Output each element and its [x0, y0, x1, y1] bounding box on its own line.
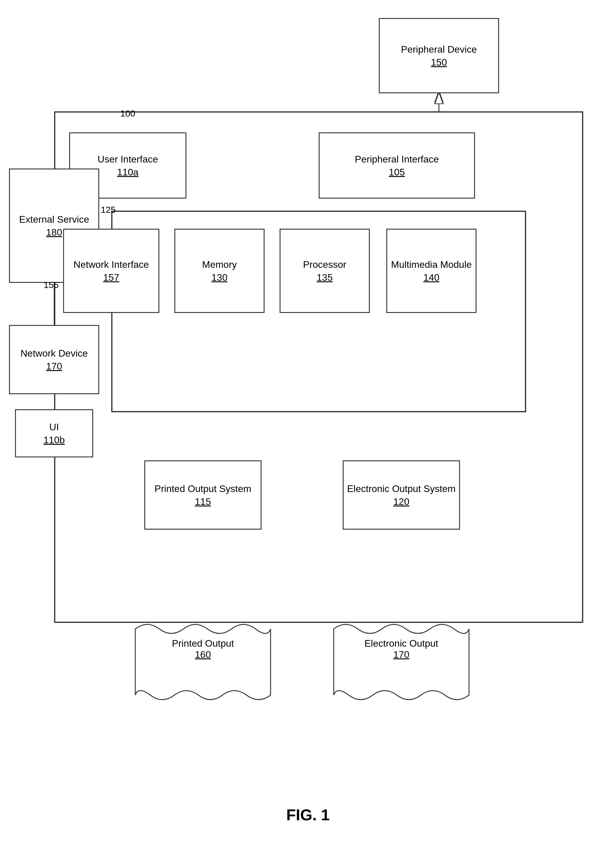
- printed-output-label: Printed Output: [172, 638, 234, 649]
- network-device-box: Network Device 170: [9, 325, 99, 394]
- multimedia-box: Multimedia Module 140: [386, 229, 476, 313]
- printed-output-system-box: Printed Output System 115: [144, 461, 262, 530]
- figure-label: FIG. 1: [286, 806, 330, 824]
- network-interface-ref: 157: [103, 272, 119, 283]
- external-service-ref: 180: [46, 227, 62, 238]
- network-interface-label: Network Interface: [74, 258, 149, 271]
- peripheral-device-label: Peripheral Device: [401, 43, 477, 56]
- electronic-output-ref: 170: [393, 649, 409, 660]
- network-device-label: Network Device: [20, 347, 88, 360]
- multimedia-ref: 140: [423, 272, 439, 283]
- ui-110b-ref: 110b: [43, 435, 65, 446]
- peripheral-device-box: Peripheral Device 150: [379, 18, 499, 93]
- user-interface-label: User Interface: [98, 153, 158, 166]
- electronic-output-system-box: Electronic Output System 120: [343, 461, 460, 530]
- processor-box: Processor 135: [280, 229, 370, 313]
- printed-output-scroll: Printed Output 160: [129, 620, 277, 704]
- external-service-label: External Service: [19, 214, 89, 226]
- printed-output-ref: 160: [195, 649, 211, 660]
- peripheral-interface-ref: 105: [389, 167, 405, 178]
- processor-ref: 135: [316, 272, 333, 283]
- multimedia-label: Multimedia Module: [391, 258, 472, 271]
- ui-110b-box: UI 110b: [15, 409, 93, 458]
- processor-label: Processor: [303, 258, 346, 271]
- user-interface-ref: 110a: [117, 167, 138, 178]
- electronic-output-system-ref: 120: [393, 496, 409, 507]
- printed-output-system-label: Printed Output System: [155, 483, 251, 495]
- electronic-output-system-label: Electronic Output System: [347, 483, 455, 495]
- ui-110b-label: UI: [49, 421, 59, 434]
- diagram: Peripheral Device 150 User Interface 110…: [0, 0, 616, 854]
- memory-ref: 130: [211, 272, 227, 283]
- printed-output-system-ref: 115: [195, 496, 211, 507]
- ref-100-label: 100: [120, 108, 135, 119]
- memory-box: Memory 130: [174, 229, 265, 313]
- network-device-ref: 170: [46, 361, 62, 372]
- electronic-output-label: Electronic Output: [364, 638, 438, 649]
- electronic-output-scroll: Electronic Output 170: [328, 620, 475, 704]
- ref-125-label: 125: [101, 204, 116, 215]
- peripheral-interface-label: Peripheral Interface: [355, 153, 439, 166]
- memory-label: Memory: [202, 258, 237, 271]
- network-interface-box: Network Interface 157: [63, 229, 159, 313]
- ref-155-label: 155: [44, 280, 59, 290]
- peripheral-interface-box: Peripheral Interface 105: [319, 133, 475, 198]
- peripheral-device-ref: 150: [431, 57, 447, 68]
